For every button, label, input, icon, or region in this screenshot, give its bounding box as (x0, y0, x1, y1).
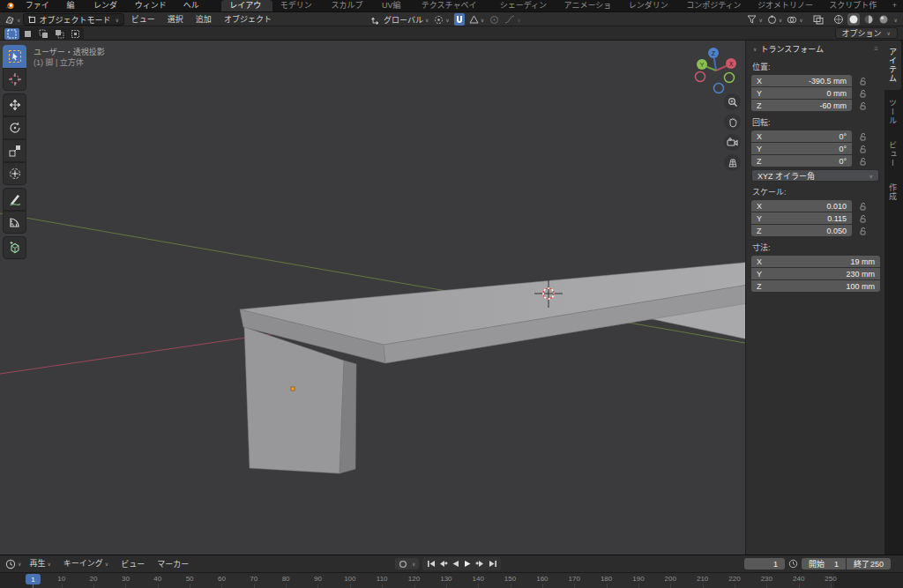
add-workspace-button[interactable]: + (886, 0, 903, 11)
frame-end-field[interactable]: 終了250 (847, 558, 891, 569)
workspace-tab-modeling[interactable]: モデリング (272, 0, 324, 11)
menu-help[interactable]: ヘルプ (177, 0, 212, 11)
rotation-y-field[interactable]: Y0° (751, 143, 852, 154)
lock-location-y-button[interactable] (859, 89, 867, 98)
tool-transform[interactable] (3, 162, 26, 185)
xray-toggle[interactable] (812, 13, 825, 26)
menu-view[interactable]: ビュー (126, 12, 160, 26)
object-origin-point[interactable] (291, 387, 295, 391)
workspace-tab-uv[interactable]: UV編集 (374, 0, 414, 11)
current-frame-field[interactable]: 1 (744, 558, 785, 569)
workspace-tab-animation[interactable]: アニメーション (556, 0, 621, 11)
workspace-tab-geometry-nodes[interactable]: ジオメトリノード (750, 0, 821, 11)
tool-annotate[interactable] (3, 188, 26, 211)
tool-measure[interactable] (3, 211, 26, 234)
zoom-button[interactable] (724, 93, 741, 110)
menu-object[interactable]: オブジェクト (219, 12, 277, 26)
shading-dropdown[interactable]: ∨ (894, 17, 898, 23)
lock-rotation-y-button[interactable] (859, 145, 867, 153)
snap-toggle[interactable] (454, 13, 465, 26)
gizmo-x-negative[interactable] (696, 72, 705, 82)
rotation-z-field[interactable]: Z0° (751, 155, 852, 167)
perspective-toggle-button[interactable] (724, 154, 741, 171)
location-x-field[interactable]: X-390.5 mm (751, 75, 852, 86)
tab-tool[interactable]: ツール (884, 92, 901, 132)
location-z-field[interactable]: Z-60 mm (751, 100, 852, 111)
next-keyframe-button[interactable] (474, 558, 486, 569)
timeline-ruler[interactable]: 1020304050607080901001101201301401501601… (0, 572, 903, 588)
select-mode-intersect[interactable] (68, 28, 83, 40)
transform-orientation-dropdown[interactable]: グローバル ∨ (370, 13, 429, 26)
select-mode-tweak[interactable] (4, 28, 19, 40)
timeline-editor-type-button[interactable]: ∨ (4, 558, 22, 570)
workspace-tab-shading[interactable]: シェーディング (492, 0, 556, 11)
select-mode-new[interactable] (20, 28, 35, 40)
dimensions-z-field[interactable]: Z100 mm (751, 280, 880, 292)
3d-viewport[interactable] (0, 41, 745, 555)
options-button[interactable]: オプション ∨ (835, 27, 898, 39)
tool-add-primitive[interactable] (3, 236, 26, 259)
menu-timeline-view[interactable]: ビュー (116, 557, 150, 571)
overlays-dropdown[interactable]: ∨ (786, 13, 803, 26)
lock-scale-y-button[interactable] (859, 214, 867, 223)
menu-select[interactable]: 選択 (162, 12, 189, 26)
proportional-falloff-dropdown[interactable]: ∨ (504, 13, 521, 26)
playhead[interactable]: 1 (26, 574, 41, 584)
snap-settings-dropdown[interactable]: ∨ (468, 13, 485, 26)
gizmo-y-negative[interactable] (725, 73, 735, 83)
tab-view[interactable]: ビュー (884, 134, 901, 175)
tool-rotate[interactable] (3, 116, 26, 139)
scale-x-field[interactable]: X0.010 (751, 200, 852, 212)
lock-scale-z-button[interactable] (859, 227, 867, 235)
lock-rotation-x-button[interactable] (859, 132, 867, 141)
shading-rendered-button[interactable] (877, 13, 890, 26)
panel-grip-icon[interactable]: ≡ (874, 45, 879, 53)
lock-location-x-button[interactable] (859, 77, 867, 86)
select-mode-extend[interactable] (36, 28, 51, 40)
blender-logo-icon[interactable] (4, 1, 16, 11)
gizmos-dropdown[interactable]: ∨ (766, 13, 783, 26)
scale-z-field[interactable]: Z0.050 (751, 225, 852, 236)
workspace-tab-layout[interactable]: レイアウト (221, 0, 272, 11)
tool-move[interactable] (3, 93, 26, 116)
menu-file[interactable]: ファイル (19, 0, 61, 11)
mode-selector[interactable]: オブジェクトモード ∨ (23, 13, 123, 26)
rotation-x-field[interactable]: X0° (751, 130, 852, 142)
dimensions-x-field[interactable]: X19 mm (751, 256, 880, 267)
workspace-tab-compositing[interactable]: コンポジティング (678, 0, 750, 11)
location-y-field[interactable]: Y0 mm (751, 87, 852, 99)
tool-cursor[interactable] (3, 68, 26, 91)
menu-render[interactable]: レンダー (87, 0, 129, 11)
jump-to-end-button[interactable] (487, 558, 498, 569)
menu-add[interactable]: 追加 (190, 12, 217, 26)
workspace-tab-scripting[interactable]: スクリプト作成 (821, 0, 885, 11)
menu-marker[interactable]: マーカー (152, 557, 194, 571)
tool-scale[interactable] (3, 139, 26, 162)
editor-type-button[interactable]: ∨ (4, 13, 21, 26)
transform-panel-header[interactable]: ∨ トランスフォーム ≡ (746, 41, 884, 56)
select-mode-subtract[interactable] (52, 28, 67, 40)
lock-location-z-button[interactable] (859, 101, 867, 110)
navigation-gizmo[interactable]: Z X Y (690, 42, 743, 95)
dimensions-y-field[interactable]: Y230 mm (751, 268, 880, 279)
proportional-editing-toggle[interactable] (489, 13, 500, 26)
chevron-down-icon[interactable]: ∨ (412, 561, 415, 567)
scale-y-field[interactable]: Y0.115 (751, 212, 852, 224)
play-button[interactable] (462, 558, 474, 569)
record-icon[interactable] (399, 560, 407, 569)
workspace-tab-texture-paint[interactable]: テクスチャペイント (414, 0, 492, 11)
shading-wireframe-button[interactable] (832, 13, 845, 26)
tool-select-box[interactable] (3, 45, 26, 68)
menu-window[interactable]: ウィンドウ (129, 0, 177, 11)
tab-item[interactable]: アイテム (884, 41, 901, 90)
workspace-tab-rendering[interactable]: レンダリング (621, 0, 679, 11)
jump-to-start-button[interactable] (425, 558, 437, 569)
previous-keyframe-button[interactable] (437, 558, 449, 569)
camera-view-button[interactable] (724, 134, 741, 151)
shading-solid-button[interactable] (847, 13, 860, 26)
gizmo-z-negative[interactable] (714, 84, 724, 93)
shading-material-button[interactable] (862, 13, 875, 26)
menu-edit[interactable]: 編集 (61, 0, 87, 11)
play-reverse-button[interactable] (450, 558, 461, 569)
frame-start-field[interactable]: 開始1 (802, 558, 846, 569)
